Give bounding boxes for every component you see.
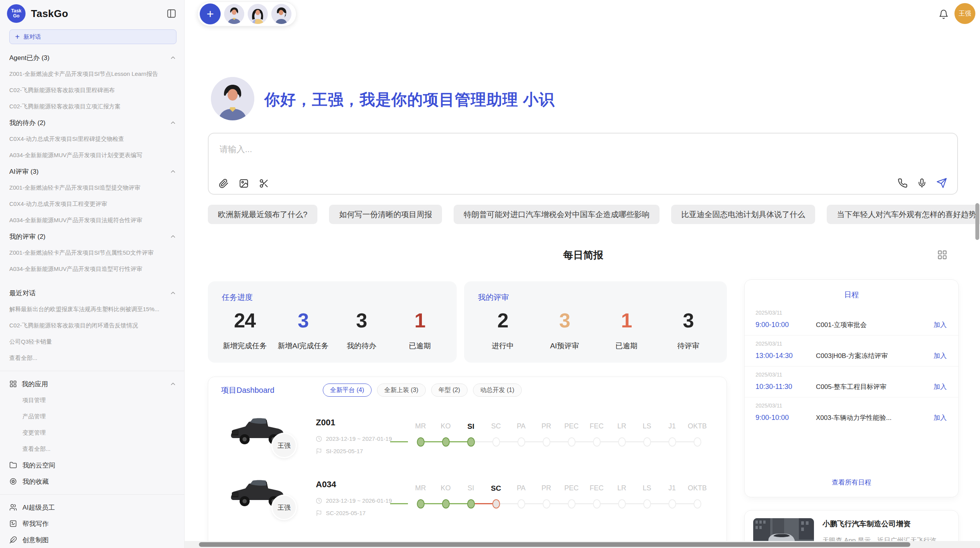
- sidebar-item[interactable]: C0X4-动力总成开发项目SI里程碑提交物检查: [0, 131, 184, 147]
- event-name: C005-整车工程目标评审: [816, 382, 934, 391]
- flag-text: SC-2025-05-17: [326, 510, 366, 516]
- app-item[interactable]: 项目管理: [0, 392, 184, 408]
- event-name: C001-立项审批会: [816, 320, 934, 329]
- sidebar-item[interactable]: A034-全新新能源MUV产品开发项目造型可行性评审: [0, 261, 184, 277]
- dashboard-title: 项目Dashboard: [221, 385, 274, 396]
- milestone: SI: [458, 473, 483, 523]
- session-switcher: +: [197, 2, 296, 26]
- filter-chip[interactable]: 动总开发 (1): [473, 384, 522, 397]
- recent-conversation-item[interactable]: 解释最新出台的欧盟报废车法规再生塑料比例被调至15%...: [0, 301, 184, 317]
- milestone-label: J1: [660, 422, 685, 430]
- clock-icon: [316, 498, 322, 504]
- date-range-text: 2023-12-19 ~ 2026-01-19: [326, 497, 392, 504]
- sidebar-section-header[interactable]: 最近对话: [0, 285, 184, 301]
- sidebar-item[interactable]: C02-飞腾新能源轻客改款项目立项汇报方案: [0, 98, 184, 115]
- attachment-icon[interactable]: [219, 178, 229, 188]
- view-all-conversations-link[interactable]: 查看全部...: [0, 350, 184, 366]
- stat: 3待评审: [657, 308, 719, 351]
- new-chat-button[interactable]: + 新对话: [9, 29, 176, 44]
- horizontal-scrollbar-thumb[interactable]: [199, 542, 910, 547]
- user-avatar[interactable]: 王强: [954, 3, 975, 24]
- microphone-icon[interactable]: [917, 178, 927, 188]
- suggestion-chip[interactable]: 当下年轻人对汽车外观有怎样的喜好趋势: [827, 205, 980, 224]
- write-icon: [9, 520, 17, 527]
- owner-badge: 王强: [271, 433, 297, 458]
- sidebar-item[interactable]: C0X4-动力总成开发项目工程变更评审: [0, 196, 184, 212]
- filter-chip[interactable]: 全新上装 (3): [377, 384, 426, 397]
- join-link[interactable]: 加入: [934, 351, 947, 360]
- join-link[interactable]: 加入: [934, 413, 947, 422]
- chat-input[interactable]: 请输入...: [208, 133, 958, 195]
- avatar-woman[interactable]: [271, 4, 291, 24]
- project-flag: SC-2025-05-17: [316, 510, 366, 516]
- stat-label: 已逾期: [596, 341, 658, 351]
- event-row: 9:00-10:00C001-立项审批会加入: [756, 320, 947, 329]
- greeting-title: 你好，王强，我是你的项目管理助理 小识: [264, 89, 555, 110]
- sidebar-item-folder[interactable]: 我的云空间: [0, 457, 184, 473]
- event-name: C003|H0B-方案冻结评审: [816, 351, 934, 360]
- sidebar-tool-write[interactable]: 帮我写作: [0, 515, 184, 532]
- filter-chip[interactable]: 年型 (2): [431, 384, 468, 397]
- sidebar-item[interactable]: C02-飞腾新能源轻客改款项目里程碑画布: [0, 82, 184, 98]
- sidebar-item[interactable]: Z001-全新燃油轻卡产品开发项目SI造型提交物评审: [0, 180, 184, 196]
- app-item[interactable]: 产品管理: [0, 408, 184, 425]
- notification-bell-icon[interactable]: [939, 9, 949, 21]
- suggestion-chip[interactable]: 比亚迪全固态电池计划具体说了什么: [671, 205, 815, 224]
- dashboard-header: 项目Dashboard 全新平台 (4)全新上装 (3)年型 (2)动总开发 (…: [221, 384, 522, 397]
- image-icon[interactable]: [239, 178, 249, 188]
- sidebar-tool-pen[interactable]: 创意制图: [0, 532, 184, 548]
- stat: 1已逾期: [596, 308, 658, 351]
- milestone-dot: [417, 499, 425, 509]
- milestone-label: LR: [609, 422, 634, 430]
- sidebar-section-header[interactable]: 我的应用: [0, 376, 184, 392]
- sidebar-section-header[interactable]: 我的待办 (2): [0, 115, 184, 131]
- milestone-label: OKTB: [685, 422, 710, 430]
- milestone-label: KO: [433, 422, 458, 430]
- milestone-label: SC: [483, 484, 509, 493]
- sidebar-item[interactable]: A034-全新新能源MUV产品开发项目计划变更表编写: [0, 147, 184, 163]
- sidebar-item[interactable]: Z001-全新燃油轻卡产品开发项目SI节点属性5D文件评审: [0, 245, 184, 261]
- stat-value: 3: [274, 308, 332, 333]
- avatar-woman-long-hair[interactable]: [248, 4, 268, 24]
- sidebar-section-header[interactable]: Agent已办 (3): [0, 50, 184, 66]
- collapse-sidebar-icon[interactable]: [166, 9, 176, 19]
- suggestion-chip[interactable]: 特朗普可能对进口汽车增税会对中国车企造成哪些影响: [454, 205, 660, 224]
- app-item[interactable]: 变更管理: [0, 425, 184, 441]
- milestone-dot: [643, 437, 651, 447]
- milestone-connector: [390, 441, 408, 442]
- section-label: AI评审 (3): [9, 167, 39, 176]
- sidebar-tool-people[interactable]: AI超级员工: [0, 499, 184, 515]
- milestone-dot: [618, 499, 626, 509]
- avatar-man[interactable]: [224, 4, 244, 24]
- view-all-schedule-link[interactable]: 查看所有日程: [745, 478, 958, 487]
- join-link[interactable]: 加入: [934, 382, 947, 391]
- recent-conversation-item[interactable]: 公司Q3轻卡销量: [0, 334, 184, 350]
- suggestion-chip[interactable]: 欧洲新规最近颁布了什么?: [208, 205, 317, 224]
- milestone-label: PA: [509, 484, 534, 492]
- plus-icon: +: [15, 33, 20, 41]
- suggestion-chip[interactable]: 如何写一份清晰的项目周报: [329, 205, 442, 224]
- milestone: LR: [609, 411, 634, 461]
- filter-chip[interactable]: 全新平台 (4): [323, 384, 372, 397]
- vertical-scrollbar-thumb[interactable]: [975, 203, 979, 240]
- chevron-up-icon: [170, 233, 176, 240]
- scissors-icon[interactable]: [259, 178, 269, 188]
- phone-icon[interactable]: [898, 178, 908, 188]
- milestone-label: SI: [458, 422, 483, 431]
- stat-value: 3: [332, 308, 391, 333]
- recent-conversation-item[interactable]: C02-飞腾新能源轻客改款项目的闭环通告反馈情况: [0, 317, 184, 334]
- layout-grid-icon[interactable]: [937, 250, 947, 262]
- sidebar-section-header[interactable]: 我的评审 (2): [0, 228, 184, 245]
- send-icon[interactable]: [936, 178, 947, 188]
- sidebar-section-header[interactable]: AI评审 (3): [0, 163, 184, 180]
- sidebar-item-star[interactable]: 我的收藏: [0, 473, 184, 490]
- add-session-button[interactable]: +: [200, 3, 221, 24]
- milestone-dot: [694, 499, 701, 509]
- sidebar-item[interactable]: A034-全新新能源MUV产品开发项目法规符合性评审: [0, 212, 184, 228]
- stat-value: 2: [472, 308, 534, 333]
- task-progress-stats: 24新增完成任务3新增AI完成任务3我的待办1已逾期: [216, 308, 449, 351]
- view-all-apps-link[interactable]: 查看全部...: [0, 441, 184, 457]
- sidebar-item[interactable]: Z001-全新燃油皮卡产品开发项目SI节点Lesson Learn报告: [0, 66, 184, 82]
- join-link[interactable]: 加入: [934, 320, 947, 329]
- section-label: 最近对话: [9, 289, 36, 298]
